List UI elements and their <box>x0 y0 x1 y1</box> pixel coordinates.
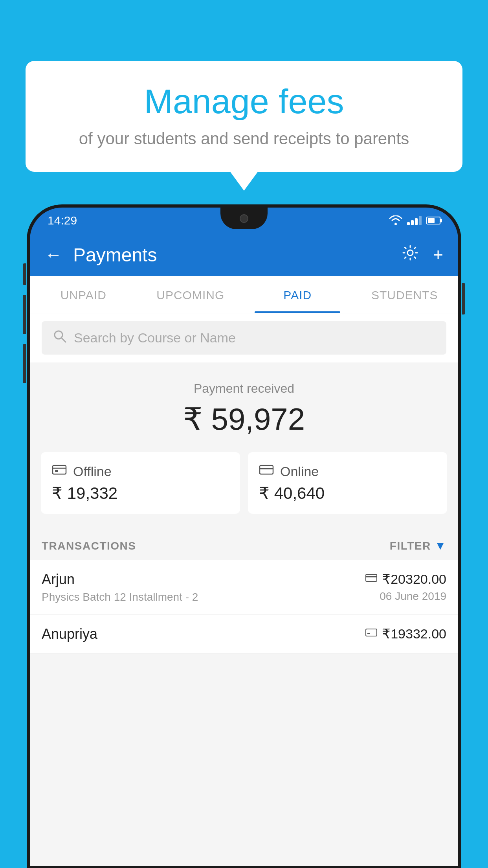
payment-received-label: Payment received <box>42 381 446 396</box>
bubble-subtitle: of your students and send receipts to pa… <box>49 129 439 148</box>
transaction-date: 06 June 2019 <box>380 590 446 603</box>
svg-rect-11 <box>366 629 377 636</box>
speech-bubble-container: Manage fees of your students and send re… <box>26 61 462 172</box>
transaction-amount: ₹20320.00 <box>382 571 446 587</box>
app-header: ← Payments + <box>30 234 458 276</box>
volume-up-button <box>23 295 26 334</box>
settings-icon[interactable] <box>402 244 419 265</box>
filter-button[interactable]: FILTER ▼ <box>390 540 446 552</box>
payment-summary: Payment received ₹ 59,972 <box>30 362 458 452</box>
transaction-amount-section: ₹20320.00 06 June 2019 <box>365 571 446 603</box>
back-button[interactable]: ← <box>45 245 62 265</box>
transaction-info: Arjun Physics Batch 12 Installment - 2 <box>42 571 198 603</box>
filter-icon: ▼ <box>435 540 446 552</box>
svg-rect-4 <box>53 465 66 474</box>
tab-unpaid[interactable]: UNPAID <box>30 276 137 313</box>
offline-amount: ₹ 19,332 <box>52 484 229 503</box>
search-input[interactable]: Search by Course or Name <box>74 330 236 346</box>
transaction-amount: ₹19332.00 <box>382 626 446 642</box>
online-icon <box>259 463 274 480</box>
offline-label: Offline <box>73 464 112 479</box>
transactions-list: Arjun Physics Batch 12 Installment - 2 <box>30 560 458 654</box>
wifi-icon <box>389 215 402 226</box>
header-actions: + <box>402 244 443 265</box>
volume-down-button <box>23 344 26 383</box>
transaction-name: Arjun <box>42 571 198 588</box>
svg-point-1 <box>407 250 413 256</box>
offline-payment-card: Offline ₹ 19,332 <box>41 452 240 514</box>
filter-label: FILTER <box>390 540 431 552</box>
bubble-title: Manage fees <box>49 83 439 121</box>
phone-screen: 14:29 <box>30 208 458 868</box>
tabs: UNPAID UPCOMING PAID STUDENTS <box>30 276 458 313</box>
online-amount: ₹ 40,640 <box>259 484 436 503</box>
offline-icon <box>52 463 67 480</box>
app-content: Search by Course or Name Payment receive… <box>30 313 458 866</box>
speech-bubble: Manage fees of your students and send re… <box>26 61 462 172</box>
online-card-header: Online <box>259 463 436 480</box>
tab-upcoming[interactable]: UPCOMING <box>137 276 244 313</box>
signal-icon <box>407 216 422 225</box>
tab-paid[interactable]: PAID <box>244 276 351 313</box>
table-row[interactable]: Anupriya ₹19332.00 <box>30 615 458 654</box>
online-label: Online <box>280 464 319 479</box>
svg-rect-12 <box>367 633 370 634</box>
transactions-label: TRANSACTIONS <box>42 540 136 552</box>
transaction-amount-section: ₹19332.00 <box>365 626 446 642</box>
svg-rect-9 <box>366 574 377 581</box>
transaction-detail: Physics Batch 12 Installment - 2 <box>42 591 198 603</box>
offline-card-icon <box>365 627 377 640</box>
status-bar: 14:29 <box>30 208 458 234</box>
card-icon <box>365 573 377 585</box>
payment-received-amount: ₹ 59,972 <box>42 401 446 437</box>
add-icon[interactable]: + <box>433 245 443 265</box>
battery-icon <box>426 217 440 224</box>
status-time: 14:29 <box>48 214 77 227</box>
tab-students[interactable]: STUDENTS <box>351 276 459 313</box>
online-payment-card: Online ₹ 40,640 <box>248 452 447 514</box>
page-title: Payments <box>73 244 402 266</box>
search-box[interactable]: Search by Course or Name <box>42 321 446 355</box>
payment-cards: Offline ₹ 19,332 Online <box>30 452 458 529</box>
svg-line-3 <box>62 338 66 342</box>
transaction-name: Anupriya <box>42 626 97 642</box>
svg-rect-6 <box>55 470 58 472</box>
transactions-header: TRANSACTIONS FILTER ▼ <box>30 529 458 560</box>
search-icon <box>53 329 67 347</box>
svg-point-0 <box>394 223 397 225</box>
transaction-amount-row: ₹19332.00 <box>365 626 446 642</box>
transaction-amount-row: ₹20320.00 <box>365 571 446 587</box>
notch <box>220 208 268 229</box>
transaction-info: Anupriya <box>42 626 97 642</box>
phone-frame: 14:29 <box>27 204 461 868</box>
svg-rect-7 <box>260 465 273 474</box>
search-section: Search by Course or Name <box>30 313 458 362</box>
table-row[interactable]: Arjun Physics Batch 12 Installment - 2 <box>30 560 458 615</box>
camera <box>240 214 248 223</box>
volume-silent-button <box>23 263 26 285</box>
status-icons <box>389 215 440 226</box>
power-button <box>462 283 465 314</box>
offline-card-header: Offline <box>52 463 229 480</box>
